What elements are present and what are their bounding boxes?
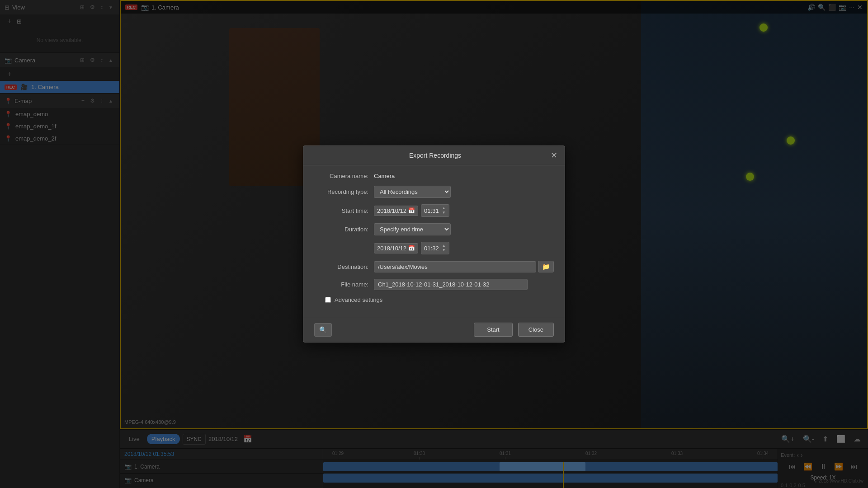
start-button[interactable]: Start	[474, 323, 512, 337]
start-date-text: 2018/10/12	[377, 207, 406, 214]
camera-name-value: Camera	[374, 173, 395, 179]
modal-overlay: Export Recordings ✕ Camera name: Camera …	[0, 0, 868, 488]
end-time-spinners: ▲ ▼	[442, 244, 446, 253]
duration-select[interactable]: Specify end time	[374, 223, 451, 235]
destination-label: Destination:	[314, 263, 368, 270]
start-time-row: Start time: 2018/10/12 📅 01:31 ▲ ▼	[314, 204, 554, 217]
modal-footer-left: 🔍	[314, 323, 332, 337]
end-date-field[interactable]: 2018/10/12 📅	[374, 243, 418, 253]
start-date-group: 2018/10/12 📅 01:31 ▲ ▼	[374, 204, 449, 217]
zoom-button[interactable]: 🔍	[314, 323, 332, 337]
recording-type-row: Recording type: All Recordings	[314, 186, 554, 198]
start-time-field[interactable]: 01:31 ▲ ▼	[421, 204, 449, 217]
file-name-field[interactable]	[374, 279, 528, 290]
end-time-field[interactable]: 01:32 ▲ ▼	[421, 242, 449, 254]
modal-body: Camera name: Camera Recording type: All …	[303, 165, 565, 317]
start-time-label: Start time:	[314, 207, 368, 214]
destination-input-group: 📁	[374, 261, 554, 272]
end-time-up[interactable]: ▲	[442, 244, 446, 248]
start-time-up[interactable]: ▲	[442, 206, 446, 211]
file-name-row: File name:	[314, 279, 554, 290]
recording-type-select[interactable]: All Recordings	[374, 186, 451, 198]
end-date-group: 2018/10/12 📅 01:32 ▲ ▼	[374, 242, 449, 254]
camera-name-row: Camera name: Camera	[314, 173, 554, 179]
destination-field[interactable]	[374, 261, 536, 272]
modal-title: Export Recordings	[320, 152, 551, 159]
advanced-settings-label[interactable]: Advanced settings	[335, 296, 382, 303]
duration-row: Duration: Specify end time	[314, 223, 554, 235]
file-name-label: File name:	[314, 281, 368, 288]
start-calendar-icon[interactable]: 📅	[408, 207, 415, 214]
duration-label: Duration:	[314, 226, 368, 233]
start-time-spinners: ▲ ▼	[442, 206, 446, 215]
destination-row: Destination: 📁	[314, 261, 554, 272]
browse-folder-button[interactable]: 📁	[538, 261, 554, 272]
start-time-down[interactable]: ▼	[442, 211, 446, 215]
start-date-field[interactable]: 2018/10/12 📅	[374, 206, 418, 216]
camera-name-label: Camera name:	[314, 173, 368, 179]
end-time-down[interactable]: ▼	[442, 248, 446, 253]
end-time-row: 2018/10/12 📅 01:32 ▲ ▼	[314, 242, 554, 254]
recording-type-label: Recording type:	[314, 188, 368, 195]
export-recordings-modal: Export Recordings ✕ Camera name: Camera …	[303, 145, 565, 343]
start-time-text: 01:31	[424, 207, 439, 214]
modal-footer: 🔍 Start Close	[303, 317, 565, 342]
close-button[interactable]: Close	[518, 323, 554, 337]
end-time-text: 01:32	[424, 245, 439, 252]
end-date-text: 2018/10/12	[377, 245, 406, 252]
advanced-settings-row: Advanced settings	[314, 296, 554, 303]
end-calendar-icon[interactable]: 📅	[408, 245, 415, 251]
modal-header: Export Recordings ✕	[303, 146, 565, 165]
modal-close-button[interactable]: ✕	[551, 151, 557, 160]
advanced-settings-checkbox[interactable]	[325, 297, 331, 303]
